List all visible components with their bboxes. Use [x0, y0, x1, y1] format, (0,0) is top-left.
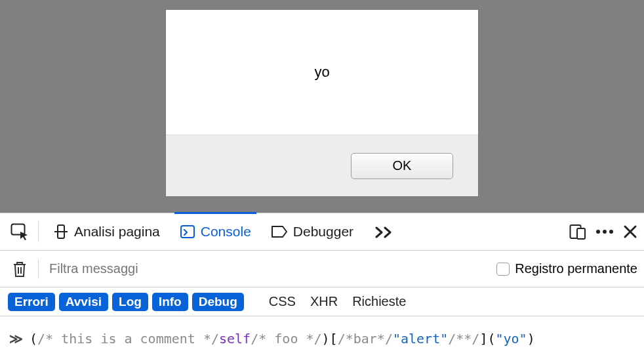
tab-inspector-label: Analisi pagina — [74, 224, 160, 240]
page-content-area: yo OK — [0, 0, 644, 213]
svg-rect-3 — [181, 226, 194, 238]
filter-requests[interactable]: Richieste — [347, 293, 411, 310]
tok-call-close: ) — [527, 331, 535, 347]
tok-comment-4: /**/ — [448, 331, 479, 347]
tok-self: self — [219, 331, 251, 347]
console-input-line[interactable]: ≫ ( /* this is a comment */ self /* foo … — [0, 316, 644, 361]
tab-debugger[interactable]: Debugger — [266, 213, 359, 250]
tok-comment-1: /* this is a comment */ — [37, 331, 219, 347]
close-devtools-icon[interactable] — [623, 224, 637, 239]
svg-point-6 — [596, 230, 600, 234]
alert-ok-button[interactable]: OK — [351, 153, 453, 179]
tok-bracket-open: [ — [330, 331, 338, 347]
filter-css[interactable]: CSS — [264, 293, 301, 310]
tok-call-open: ( — [487, 331, 495, 347]
level-warnings[interactable]: Avvisi — [59, 293, 108, 311]
tok-comment-2: /* foo */ — [251, 331, 321, 347]
svg-rect-5 — [577, 228, 585, 239]
tab-debugger-label: Debugger — [293, 224, 353, 240]
kebab-menu-icon[interactable] — [595, 229, 614, 234]
persist-log-checkbox[interactable] — [496, 263, 510, 276]
tok-string-yo: "yo" — [496, 331, 527, 347]
tok-bracket-close: ] — [479, 331, 487, 347]
level-info[interactable]: Info — [152, 293, 188, 311]
tabs-overflow-icon[interactable] — [374, 225, 394, 238]
level-errors[interactable]: Errori — [8, 293, 55, 311]
tok-string-alert: "alert" — [393, 331, 448, 347]
alert-message: yo — [166, 10, 478, 135]
alert-button-row: OK — [166, 135, 478, 196]
filter-xhr[interactable]: XHR — [305, 293, 343, 310]
alert-dialog: yo OK — [165, 9, 479, 197]
console-prompt-icon: ≫ — [9, 331, 23, 347]
devtools-tabbar: Analisi pagina Console Debugger — [0, 213, 644, 251]
tok-paren-close: ) — [322, 331, 330, 347]
persist-log-label: Registro permanente — [515, 261, 637, 276]
level-debug[interactable]: Debug — [192, 293, 244, 311]
tab-inspector[interactable]: Analisi pagina — [48, 213, 165, 250]
tab-console-label: Console — [201, 224, 251, 240]
svg-point-8 — [609, 230, 613, 234]
clear-console-icon[interactable] — [12, 261, 28, 278]
debugger-icon — [271, 225, 288, 238]
persist-log-toggle[interactable]: Registro permanente — [496, 261, 637, 276]
pick-element-icon[interactable] — [10, 223, 29, 240]
console-level-row: Errori Avvisi Log Info Debug CSS XHR Ric… — [0, 287, 644, 316]
tok-paren-open: ( — [30, 331, 37, 347]
inspector-icon — [53, 224, 69, 240]
tab-console[interactable]: Console — [174, 213, 256, 250]
level-log[interactable]: Log — [112, 293, 148, 311]
filter-messages-input[interactable] — [49, 261, 486, 276]
console-icon — [180, 224, 195, 240]
responsive-mode-icon[interactable] — [569, 223, 586, 240]
console-filterbar: Registro permanente — [0, 251, 644, 287]
tok-comment-3: /*bar*/ — [338, 331, 393, 347]
svg-point-7 — [603, 230, 607, 234]
